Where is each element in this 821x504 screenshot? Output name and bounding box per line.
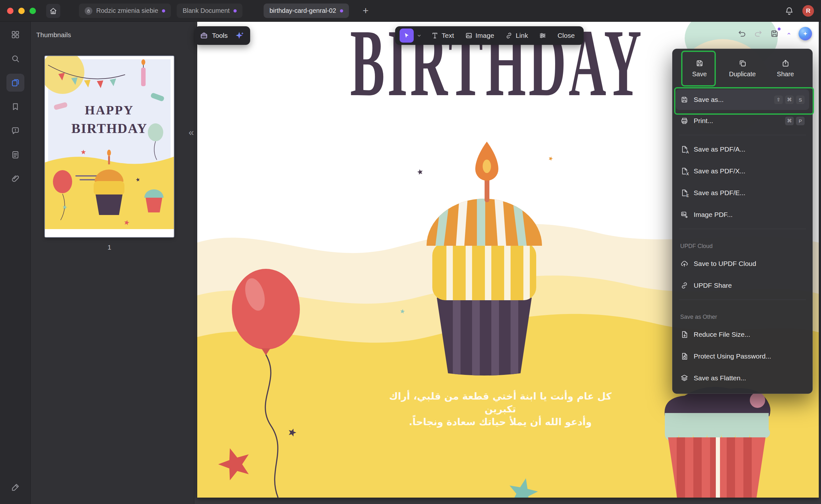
menu-item-save-as-flatten[interactable]: Save as Flatten... [676,367,809,389]
signature-pen-icon[interactable] [6,478,24,496]
link-tool-button[interactable]: Link [501,29,533,43]
image-tool-label: Image [476,32,494,39]
bookmark-icon[interactable] [6,98,24,116]
unsaved-indicator-dot [778,28,781,30]
image-icon [465,32,473,39]
unsaved-dot [340,9,343,12]
cloud-upload-icon [680,260,689,268]
new-tab-button[interactable]: + [359,4,372,17]
text-tool-button[interactable]: Text [427,29,459,43]
save-button[interactable] [770,29,779,38]
menu-item-save-to-cloud[interactable]: Save to UPDF Cloud [676,253,809,275]
menu-item-save-as[interactable]: Save as... ⇧ ⌘ S [676,89,809,110]
tab-rodzic-zmienia-siebie[interactable]: Rodzic zmienia siebie [79,4,171,18]
redo-icon[interactable] [754,29,763,38]
shortcut-keys: ⌘ P [785,117,805,125]
edit-toolbar: Text Image Link Close [395,26,584,45]
menu-item-updf-share[interactable]: UPDF Share [676,275,809,296]
apps-grid-icon[interactable] [6,26,24,44]
traffic-lights [0,8,36,14]
menu-share-button[interactable]: Share [766,52,805,84]
sliders-icon [539,32,546,39]
reduce-size-icon [680,330,689,339]
ai-sparkle-button[interactable] [233,29,246,42]
flatten-layers-icon [680,374,689,382]
thumbnail-artwork: HAPPY BIRTHDAY [45,56,174,237]
user-avatar[interactable]: R [802,5,814,17]
tab-label: birthday-card-genral-02 [270,7,336,14]
card-arabic-text: كل عام وأنت يا ابنة أختي قطعة من قلبي، أ… [377,390,624,428]
shortcut-keys: ⇧ ⌘ S [774,95,805,104]
quick-actions [738,27,812,40]
select-tool-chevron-down-icon[interactable] [416,33,422,38]
sidebar [0,21,31,504]
tab-blank-document[interactable]: Blank Document [177,4,243,18]
cursor-icon [403,32,410,39]
document-icon[interactable] [6,146,24,164]
menu-share-label: Share [777,70,794,78]
ai-orb-spark-icon [802,30,809,37]
undo-icon[interactable] [738,29,747,38]
thumbnail-page-number: 1 [45,244,174,251]
arabic-line-1: كل عام وأنت يا ابنة أختي قطعة من قلبي، أ… [377,390,624,416]
select-tool-button[interactable] [400,29,414,43]
titlebar: Rodzic zmienia siebie Blank Document bir… [0,0,821,22]
text-tool-label: Text [442,32,454,39]
image-pdf-icon [680,211,689,219]
menu-item-reduce-file-size[interactable]: Reduce File Size... [676,324,809,345]
menu-item-save-pdfx[interactable]: X Save as PDF/X... [676,160,809,182]
save-menu: Save Duplicate Share Save as... ⇧ ⌘ S Pr… [672,49,813,394]
pdfe-file-icon: E [680,189,689,197]
password-protect-icon [680,352,689,360]
home-icon [49,7,57,15]
pdfa-file-icon: A [680,145,689,153]
panel-title: Thumbnails [36,31,71,39]
menu-item-image-pdf[interactable]: Image PDF... [676,204,809,226]
properties-button[interactable] [534,29,551,43]
tools-icon[interactable] [200,31,208,40]
page-thumbnail[interactable]: HAPPY BIRTHDAY [45,56,174,237]
menu-duplicate-button[interactable]: Duplicate [723,52,762,84]
menu-section-updf-cloud: UPDF Cloud [673,232,812,253]
menu-section-save-as-other: Save as Other [673,303,812,324]
image-tool-button[interactable]: Image [460,29,499,43]
unsaved-dot [162,9,165,12]
save-icon [770,29,779,38]
locked-doc-icon [85,7,92,15]
search-icon[interactable] [6,50,24,68]
menu-item-protect-password[interactable]: Protect Using Password... [676,345,809,367]
text-icon [431,32,439,39]
menu-item-save-pdfe[interactable]: E Save as PDF/E... [676,182,809,204]
save-as-icon [680,95,689,104]
thumbnails-icon[interactable] [6,74,24,92]
arabic-line-2: وأدعو الله أن يملأ حياتك سعادة ونجاحاً. [377,416,624,428]
menu-save-button[interactable]: Save [680,52,719,84]
collapse-panel-button[interactable]: « [188,128,194,137]
tools-toolbar: Tools [195,26,250,45]
menu-divider [679,135,806,135]
document-tabs: Rodzic zmienia siebie Blank Document bir… [79,4,372,18]
save-menu-top-actions: Save Duplicate Share [673,52,812,84]
menu-item-print[interactable]: Print... ⌘ P [676,110,809,132]
attachment-paperclip-icon[interactable] [6,170,24,188]
thumb-title-line1: HAPPY [85,103,134,117]
minimize-window-button[interactable] [18,8,25,14]
zoom-window-button[interactable] [29,8,36,14]
tab-birthday-card[interactable]: birthday-card-genral-02 [264,4,349,18]
annotations-icon[interactable] [6,122,24,140]
notifications-bell-icon[interactable] [784,6,794,16]
link-icon [505,32,513,39]
tools-button[interactable]: Tools [212,32,228,39]
menu-item-save-pdfa[interactable]: A Save as PDF/A... [676,138,809,160]
updf-ai-button[interactable] [799,27,812,40]
pdfx-file-icon: X [680,167,689,175]
close-window-button[interactable] [7,8,13,14]
menu-divider [679,300,806,300]
chevron-up-icon[interactable] [786,31,792,36]
share-link-icon [680,281,689,290]
menu-divider [679,229,806,229]
tab-label: Blank Document [182,7,230,14]
close-edit-mode-button[interactable]: Close [553,29,579,43]
thumb-title-line2: BIRTHDAY [71,121,147,136]
home-button[interactable] [46,4,60,18]
